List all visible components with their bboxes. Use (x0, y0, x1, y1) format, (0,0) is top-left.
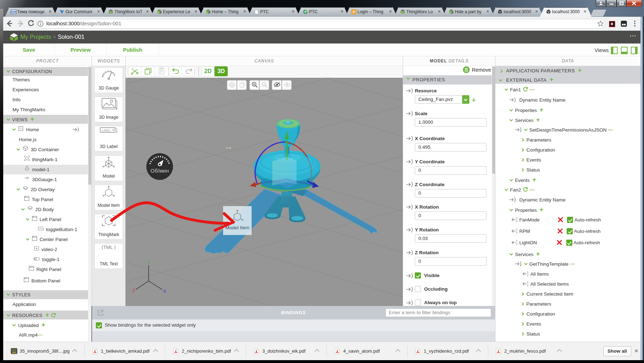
svg-text:FER: FER (11, 11, 16, 13)
svg-text:Model Item: Model Item (226, 225, 249, 230)
svg-text:Об/мин: Об/мин (150, 168, 169, 174)
svg-text:X: X (163, 289, 166, 294)
svg-text:JPG: JPG (12, 352, 16, 354)
svg-text:⟨TML ⟩: ⟨TML ⟩ (102, 245, 116, 250)
svg-text:Y: Y (147, 260, 150, 265)
svg-text:Z: Z (132, 288, 135, 293)
svg-text:LABEL: LABEL (102, 129, 111, 132)
